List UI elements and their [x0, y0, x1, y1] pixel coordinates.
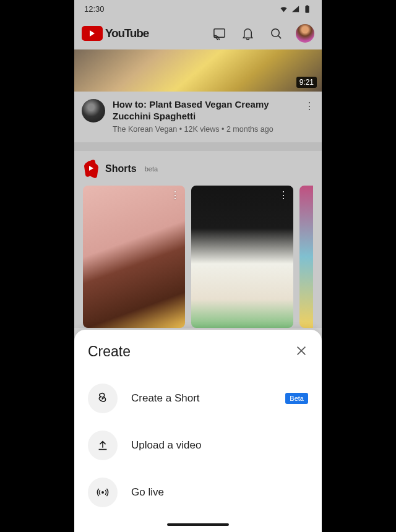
search-button[interactable]	[264, 21, 288, 46]
close-icon	[295, 344, 308, 358]
video-more-button[interactable]: ⋮	[304, 100, 313, 112]
shorts-icon	[83, 160, 99, 178]
youtube-logo[interactable]: YouTube	[82, 26, 148, 41]
cast-button[interactable]	[207, 21, 231, 46]
youtube-wordmark: YouTube	[105, 27, 148, 40]
channel-avatar[interactable]	[82, 99, 105, 122]
notifications-button[interactable]	[235, 21, 260, 46]
video-thumbnail[interactable]: 9:21	[74, 49, 322, 92]
bell-icon	[241, 27, 255, 41]
svg-point-4	[101, 491, 104, 494]
youtube-play-icon	[82, 26, 103, 41]
sheet-item-label: Create a Short	[131, 392, 272, 405]
create-sheet: Create Create a Short Beta Upload a vide…	[74, 330, 322, 532]
feed-divider	[74, 142, 322, 151]
short-card[interactable]: ⋮	[191, 186, 293, 328]
short-card[interactable]: ⋮	[83, 186, 185, 328]
video-info-row[interactable]: How to: Plant Based Vegan Creamy Zucchin…	[74, 92, 322, 142]
video-subtitle: The Korean Vegan • 12K views • 2 months …	[113, 125, 302, 134]
svg-rect-0	[305, 6, 309, 12]
avatar[interactable]	[296, 24, 314, 43]
svg-point-3	[271, 28, 278, 36]
status-bar: 12:30	[74, 0, 322, 17]
upload-icon	[88, 431, 118, 460]
upload-video-item[interactable]: Upload a video	[88, 422, 308, 469]
broadcast-icon	[88, 478, 118, 507]
go-live-item[interactable]: Go live	[88, 469, 308, 516]
close-button[interactable]	[295, 344, 308, 360]
shorts-beta-label: beta	[145, 165, 158, 173]
shorts-outline-icon	[88, 384, 118, 413]
sheet-item-label: Go live	[131, 486, 308, 499]
shorts-heading: Shorts	[105, 163, 137, 174]
battery-icon	[303, 4, 312, 14]
signal-icon	[291, 4, 300, 14]
sheet-item-label: Upload a video	[131, 439, 308, 452]
shorts-shelf: Shorts beta ⋮ ⋮	[74, 151, 322, 328]
short-more-icon[interactable]: ⋮	[170, 189, 180, 201]
wifi-icon	[279, 4, 288, 14]
short-more-icon[interactable]: ⋮	[278, 189, 288, 201]
short-card[interactable]	[299, 186, 313, 328]
svg-rect-1	[306, 5, 308, 6]
search-icon	[269, 27, 283, 41]
sheet-title: Create	[88, 343, 131, 360]
home-indicator[interactable]	[167, 523, 229, 526]
video-title: How to: Plant Based Vegan Creamy Zucchin…	[113, 99, 302, 122]
status-time: 12:30	[84, 4, 105, 14]
create-short-item[interactable]: Create a Short Beta	[88, 375, 308, 422]
beta-badge: Beta	[285, 393, 308, 404]
cast-icon	[212, 27, 226, 41]
app-header: YouTube	[74, 17, 322, 49]
video-duration-badge: 9:21	[296, 77, 317, 88]
